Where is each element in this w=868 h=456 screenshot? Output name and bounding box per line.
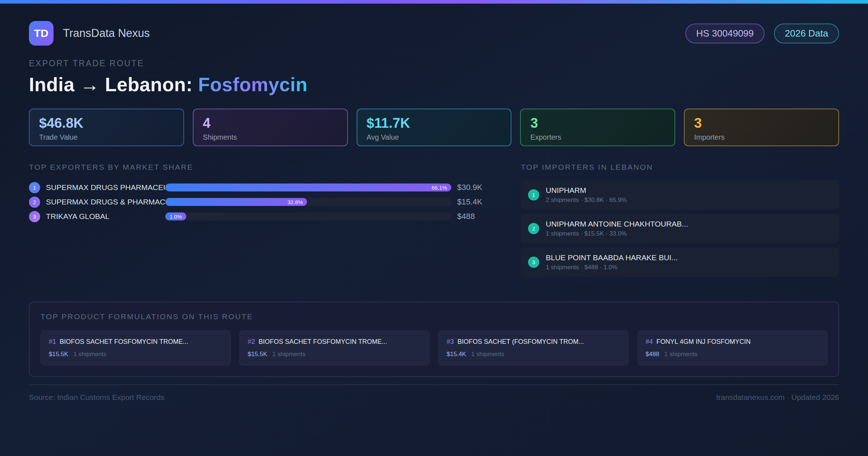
formulation-card: #4FONYL 4GM INJ FOSFOMYCIN $4881 shipmen…: [637, 330, 827, 366]
rank-badge: 1: [29, 182, 40, 193]
accent-gradient-bar: [0, 0, 868, 4]
market-share-bar: 66.1%: [165, 183, 451, 191]
market-share-bar-track: 1.0%: [165, 212, 451, 220]
importer-row: 2 UNIPHARM ANTOINE CHAKHTOURAB... 1 ship…: [521, 214, 839, 243]
market-share-percent: 1.0%: [170, 214, 182, 220]
header: TD TransData Nexus HS 30049099 2026 Data: [29, 21, 839, 46]
formulation-shipments: 1 shipments: [272, 351, 306, 358]
market-share-bar-track: 32.8%: [165, 198, 451, 206]
market-share-bar: 32.8%: [165, 198, 307, 206]
rank-badge: 1: [528, 189, 539, 200]
formulation-stats: $15.4K1 shipments: [447, 351, 620, 358]
formulations-heading: TOP PRODUCT FORMULATIONS ON THIS ROUTE: [41, 312, 827, 321]
market-share-percent: 32.8%: [288, 199, 303, 205]
importer-texts: UNIPHARM ANTOINE CHAKHTOURAB... 1 shipme…: [546, 220, 688, 237]
stat-label: Avg Value: [367, 133, 502, 142]
importers-section: TOP IMPORTERS IN LEBANON 1 UNIPHARM 2 sh…: [521, 163, 839, 281]
exporter-name: SUPERMAX DRUGS & PHARMACEU...: [46, 198, 165, 206]
formulation-rank: #1: [49, 338, 56, 345]
app-logo[interactable]: TD: [29, 21, 54, 46]
market-share-bar-track: 66.1%: [165, 183, 451, 191]
formulation-title: #2BIOFOS SACHET FOSFOMYCIN TROME...: [248, 338, 421, 346]
formulation-cards: #1BIOFOS SACHET FOSFOMYCIN TROME... $15.…: [41, 330, 827, 366]
formulation-name: BIOFOS SACHET FOSFOMYCIN TROME...: [259, 338, 387, 345]
formulation-shipments: 1 shipments: [664, 351, 698, 358]
formulation-shipments: 1 shipments: [471, 351, 505, 358]
exporter-row: 3 TRIKAYA GLOBAL 1.0% $488: [29, 209, 492, 224]
route-text: India → Lebanon:: [29, 74, 198, 95]
rank-badge: 3: [29, 211, 40, 222]
formulation-rank: #4: [646, 338, 653, 345]
formulation-value: $15.5K: [49, 351, 68, 358]
formulation-shipments: 1 shipments: [73, 351, 107, 358]
formulation-title: #4FONYL 4GM INJ FOSFOMYCIN: [646, 338, 819, 346]
stat-label: Exporters: [530, 133, 665, 142]
exporter-value: $488: [457, 212, 492, 221]
formulation-value: $15.5K: [248, 351, 267, 358]
rank-badge: 2: [528, 223, 539, 234]
stat-label: Shipments: [203, 133, 338, 142]
formulation-value: $488: [646, 351, 659, 358]
stat-label: Trade Value: [39, 133, 174, 142]
site-note: transdatanexus.com · Updated 2026: [716, 393, 839, 402]
source-note: Source: Indian Customs Export Records: [29, 393, 165, 402]
header-badges: HS 30049099 2026 Data: [685, 24, 839, 43]
stat-card-importers: 3 Importers: [684, 109, 839, 146]
importer-name: BLUE POINT BAABDA HARAKE BUI...: [546, 253, 678, 262]
stat-card-exporters: 3 Exporters: [520, 109, 675, 146]
exporters-list: 1 SUPERMAX DRUGS PHARMACEUTI... 66.1% $3…: [29, 180, 492, 224]
hs-code-badge[interactable]: HS 30049099: [685, 24, 765, 43]
formulation-title: #1BIOFOS SACHET FOSFOMYCIN TROME...: [49, 338, 222, 346]
exporter-row: 2 SUPERMAX DRUGS & PHARMACEU... 32.8% $1…: [29, 195, 492, 209]
data-year-badge[interactable]: 2026 Data: [774, 24, 839, 43]
importer-texts: BLUE POINT BAABDA HARAKE BUI... 1 shipme…: [546, 253, 678, 271]
exporters-section: TOP EXPORTERS BY MARKET SHARE 1 SUPERMAX…: [29, 163, 492, 281]
importers-heading: TOP IMPORTERS IN LEBANON: [521, 163, 839, 172]
stat-value: 4: [203, 115, 338, 132]
formulation-stats: $4881 shipments: [646, 351, 819, 358]
importer-detail: 1 shipments · $15.5K · 33.0%: [546, 230, 688, 237]
eyebrow-label: EXPORT TRADE ROUTE: [29, 59, 839, 68]
stat-value: $46.8K: [39, 115, 174, 132]
formulation-card: #3BIOFOS SACHET (FOSFOMYCIN TROM... $15.…: [438, 330, 629, 366]
importer-name: UNIPHARM: [546, 186, 627, 195]
formulations-section: TOP PRODUCT FORMULATIONS ON THIS ROUTE #…: [29, 301, 839, 377]
stat-card-trade-value: $46.8K Trade Value: [29, 109, 184, 146]
stat-value: 3: [530, 115, 665, 132]
stat-card-shipments: 4 Shipments: [193, 109, 348, 146]
importer-texts: UNIPHARM 2 shipments · $30.8K · 65.9%: [546, 186, 627, 204]
importer-detail: 1 shipments · $488 · 1.0%: [546, 264, 678, 271]
formulation-value: $15.4K: [447, 351, 466, 358]
formulation-rank: #3: [447, 338, 454, 345]
exporter-value: $15.4K: [457, 197, 492, 207]
importer-detail: 2 shipments · $30.8K · 65.9%: [546, 197, 627, 204]
market-share-bar: 1.0%: [165, 212, 186, 220]
stat-cards: $46.8K Trade Value 4 Shipments $11.7K Av…: [29, 109, 839, 146]
app-name: TransData Nexus: [63, 27, 150, 40]
market-share-percent: 66.1%: [431, 185, 447, 191]
formulation-name: BIOFOS SACHET (FOSFOMYCIN TROM...: [458, 338, 584, 345]
importer-name: UNIPHARM ANTOINE CHAKHTOURAB...: [546, 220, 688, 228]
formulation-card: #1BIOFOS SACHET FOSFOMYCIN TROME... $15.…: [41, 330, 231, 366]
stat-label: Importers: [694, 133, 829, 142]
page: TD TransData Nexus HS 30049099 2026 Data…: [0, 21, 868, 402]
importer-row: 1 UNIPHARM 2 shipments · $30.8K · 65.9%: [521, 180, 839, 210]
stat-value: 3: [694, 115, 829, 132]
formulation-card: #2BIOFOS SACHET FOSFOMYCIN TROME... $15.…: [239, 330, 430, 366]
formulation-rank: #2: [248, 338, 255, 345]
exporter-value: $30.9K: [457, 183, 492, 192]
formulation-name: FONYL 4GM INJ FOSFOMYCIN: [656, 338, 750, 345]
rank-badge: 2: [29, 197, 40, 208]
rank-badge: 3: [528, 257, 539, 268]
exporter-name: TRIKAYA GLOBAL: [46, 212, 165, 221]
importer-row: 3 BLUE POINT BAABDA HARAKE BUI... 1 ship…: [521, 248, 839, 277]
footer-divider: [29, 384, 839, 385]
exporter-row: 1 SUPERMAX DRUGS PHARMACEUTI... 66.1% $3…: [29, 180, 492, 195]
exporter-name: SUPERMAX DRUGS PHARMACEUTI...: [46, 183, 165, 192]
formulation-stats: $15.5K1 shipments: [49, 351, 222, 358]
importers-list: 1 UNIPHARM 2 shipments · $30.8K · 65.9% …: [521, 180, 839, 277]
page-title: India → Lebanon: Fosfomycin: [29, 73, 839, 96]
formulation-name: BIOFOS SACHET FOSFOMYCIN TROME...: [60, 338, 188, 345]
product-name: Fosfomycin: [198, 74, 307, 95]
stat-card-avg-value: $11.7K Avg Value: [357, 109, 512, 146]
